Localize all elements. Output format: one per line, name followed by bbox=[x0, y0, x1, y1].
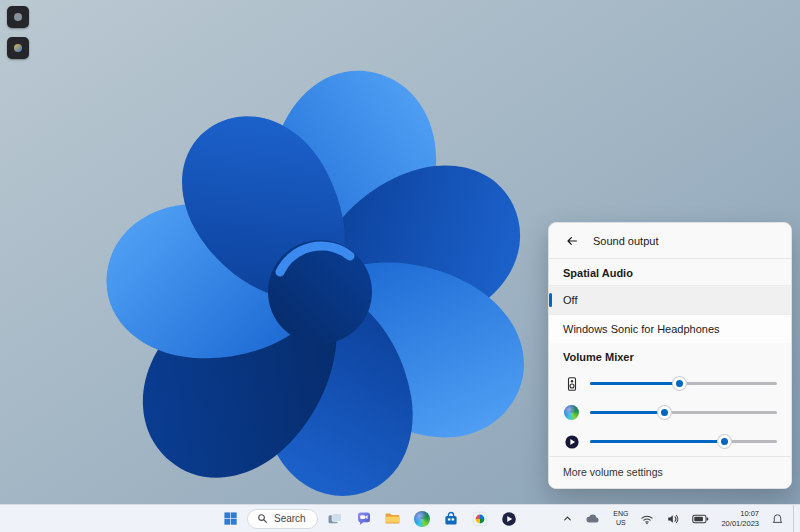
desktop-icon-2[interactable] bbox=[7, 37, 29, 59]
slider-fill bbox=[590, 440, 725, 443]
store-button[interactable] bbox=[439, 507, 463, 531]
chat-icon bbox=[356, 511, 372, 527]
spatial-audio-option-windows-sonic[interactable]: Windows Sonic for Headphones bbox=[549, 314, 791, 343]
spatial-audio-label: Spatial Audio bbox=[549, 259, 791, 285]
system-tray: ENG US bbox=[559, 505, 797, 532]
language-switcher[interactable]: ENG US bbox=[610, 508, 631, 530]
taskbar-center: Search bbox=[218, 505, 521, 532]
notification-center-button[interactable] bbox=[768, 510, 787, 527]
show-desktop-button[interactable] bbox=[793, 505, 797, 532]
media-player-taskbar-icon bbox=[501, 511, 517, 527]
edge-button[interactable] bbox=[410, 507, 434, 531]
edge-icon bbox=[414, 511, 430, 527]
store-icon bbox=[443, 511, 459, 527]
edge-volume-slider[interactable] bbox=[590, 405, 777, 420]
volume-button[interactable] bbox=[663, 510, 683, 528]
volume-mixer-label: Volume Mixer bbox=[549, 343, 791, 369]
edge-browser-icon bbox=[563, 404, 580, 421]
mixer-row-media bbox=[549, 427, 791, 456]
selected-accent-bar bbox=[549, 293, 552, 307]
flyout-header: Sound output bbox=[549, 223, 791, 258]
language-line2: US bbox=[616, 519, 626, 528]
media-volume-slider[interactable] bbox=[590, 434, 777, 449]
slider-thumb[interactable] bbox=[673, 377, 686, 390]
option-label: Windows Sonic for Headphones bbox=[563, 323, 720, 335]
date-label: 20/01/2023 bbox=[721, 519, 759, 529]
start-button[interactable] bbox=[218, 507, 242, 531]
wifi-icon bbox=[640, 512, 654, 526]
system-speaker-icon bbox=[563, 375, 580, 392]
more-volume-settings-link[interactable]: More volume settings bbox=[549, 457, 791, 488]
desktop-icon-2-glyph bbox=[14, 44, 22, 52]
system-volume-slider[interactable] bbox=[590, 376, 777, 391]
desktop: Sound output Spatial Audio Off Windows S… bbox=[0, 0, 800, 532]
task-view-icon bbox=[327, 511, 343, 527]
file-explorer-button[interactable] bbox=[381, 507, 405, 531]
media-player-icon bbox=[563, 433, 580, 450]
language-line1: ENG bbox=[613, 510, 628, 519]
back-arrow-icon bbox=[565, 234, 579, 248]
slider-thumb[interactable] bbox=[718, 435, 731, 448]
slider-fill bbox=[590, 382, 680, 385]
spatial-audio-option-off[interactable]: Off bbox=[549, 285, 791, 314]
option-label: Off bbox=[563, 294, 577, 306]
mixer-row-system bbox=[549, 369, 791, 398]
photos-icon bbox=[472, 511, 488, 527]
sound-output-flyout: Sound output Spatial Audio Off Windows S… bbox=[548, 222, 792, 489]
onedrive-cloud-icon bbox=[585, 513, 601, 524]
task-view-button[interactable] bbox=[323, 507, 347, 531]
windows-logo-icon bbox=[223, 511, 238, 526]
battery-button[interactable] bbox=[689, 512, 712, 526]
flyout-title: Sound output bbox=[593, 235, 658, 247]
media-player-button[interactable] bbox=[497, 507, 521, 531]
back-button[interactable] bbox=[561, 232, 583, 250]
network-button[interactable] bbox=[637, 510, 657, 528]
onedrive-button[interactable] bbox=[582, 511, 604, 526]
desktop-icon-1-glyph bbox=[14, 13, 22, 21]
search-icon bbox=[257, 513, 268, 524]
hidden-icons-button[interactable] bbox=[559, 511, 576, 526]
desktop-icon-1[interactable] bbox=[7, 6, 29, 28]
chat-button[interactable] bbox=[352, 507, 376, 531]
mixer-row-edge bbox=[549, 398, 791, 427]
search-box[interactable]: Search bbox=[247, 509, 318, 529]
file-explorer-icon bbox=[384, 510, 401, 527]
clock[interactable]: 10:07 20/01/2023 bbox=[718, 507, 762, 531]
photos-button[interactable] bbox=[468, 507, 492, 531]
bell-icon bbox=[771, 512, 784, 525]
volume-icon bbox=[666, 512, 680, 526]
chevron-up-icon bbox=[562, 513, 573, 524]
slider-fill bbox=[590, 411, 665, 414]
search-label: Search bbox=[274, 513, 306, 524]
taskbar: Search bbox=[0, 504, 800, 532]
time-label: 10:07 bbox=[740, 509, 759, 519]
slider-thumb[interactable] bbox=[658, 406, 671, 419]
battery-icon bbox=[692, 514, 709, 524]
